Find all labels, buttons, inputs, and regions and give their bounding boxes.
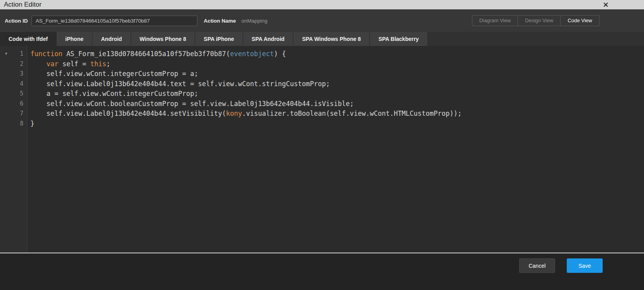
code-token-plain[interactable]: self.view.Label0j13b642e404b44.text = se… xyxy=(30,80,330,88)
code-token-plain[interactable]: AS_Form_ie138d0784664105a10f57beb3f70b87… xyxy=(66,50,230,58)
code-lines[interactable]: function AS_Form_ie138d0784664105a10f57b… xyxy=(27,46,644,253)
line-number: 8 xyxy=(0,119,27,129)
view-button-diagram-view[interactable]: Diagram View xyxy=(472,15,518,26)
tab-code-with-ifdef[interactable]: Code with Ifdef xyxy=(0,32,57,46)
line-number: 2 xyxy=(0,59,27,69)
line-numbers: 12345678 xyxy=(0,49,27,129)
cancel-button[interactable]: Cancel xyxy=(519,258,555,273)
code-token-plain[interactable] xyxy=(30,60,46,68)
line-number: 3 xyxy=(0,69,27,79)
code-token-keyword[interactable]: this xyxy=(90,60,106,68)
code-line[interactable]: a = self.view.wCont.integerCustomProp; xyxy=(30,89,644,99)
action-editor-window: Action Editor ✕ Action ID Action Name on… xyxy=(0,0,644,290)
code-line[interactable]: self.view.Label0j13b642e404b44.setVisibi… xyxy=(30,109,644,119)
code-token-plain[interactable]: } xyxy=(30,120,34,127)
line-number: 7 xyxy=(0,109,27,119)
code-token-plain[interactable]: a = self.view.wCont.integerCustomProp; xyxy=(30,90,198,97)
action-id-input[interactable] xyxy=(32,16,197,26)
code-token-plain[interactable]: self.view.wCont.booleanCustomProp = self… xyxy=(30,100,354,108)
view-button-code-view[interactable]: Code View xyxy=(561,15,600,26)
code-token-keyword[interactable]: function xyxy=(30,50,66,58)
fold-toggle-icon[interactable]: ▾ xyxy=(5,51,7,56)
code-token-plain[interactable]: ; xyxy=(106,60,110,68)
code-token-plain[interactable]: self = xyxy=(59,60,90,68)
gutter: ▾ 12345678 xyxy=(0,46,27,253)
title-bar: Action Editor ✕ xyxy=(0,0,644,9)
line-number: 5 xyxy=(0,89,27,99)
code-line[interactable]: } xyxy=(30,119,644,129)
tab-bar: Code with IfdefiPhoneAndroidWindows Phon… xyxy=(0,32,644,46)
tab-spa-blackberry[interactable]: SPA Blackberry xyxy=(370,32,428,46)
code-token-keyword[interactable]: var xyxy=(46,60,59,68)
dialog-title: Action Editor xyxy=(4,1,41,9)
view-button-design-view[interactable]: Design View xyxy=(518,15,561,26)
code-line[interactable]: self.view.Label0j13b642e404b44.text = se… xyxy=(30,79,644,89)
code-line[interactable]: var self = this; xyxy=(30,59,644,69)
footer: Cancel Save xyxy=(0,253,644,290)
toolbar: Action ID Action Name onMapping Diagram … xyxy=(0,9,644,32)
tab-spa-windows-phone-8[interactable]: SPA Windows Phone 8 xyxy=(293,32,370,46)
line-number: 4 xyxy=(0,79,27,89)
action-name-value: onMapping xyxy=(241,18,268,24)
tab-spa-iphone[interactable]: SPA iPhone xyxy=(195,32,243,46)
line-number: 1 xyxy=(0,49,27,59)
code-line[interactable]: self.view.wCont.booleanCustomProp = self… xyxy=(30,99,644,109)
code-token-param[interactable]: eventobject xyxy=(230,50,274,58)
action-name-label: Action Name xyxy=(204,18,236,24)
tab-android[interactable]: Android xyxy=(92,32,131,46)
tab-iphone[interactable]: iPhone xyxy=(57,32,92,46)
tab-windows-phone-8[interactable]: Windows Phone 8 xyxy=(131,32,195,46)
code-token-plain[interactable]: ) { xyxy=(274,50,286,58)
code-token-keyword[interactable]: kony xyxy=(226,110,242,117)
tab-spa-android[interactable]: SPA Android xyxy=(243,32,293,46)
line-number: 6 xyxy=(0,99,27,109)
view-switcher: Diagram ViewDesign ViewCode View xyxy=(472,15,600,26)
save-button[interactable]: Save xyxy=(567,258,603,273)
code-token-plain[interactable]: .visualizer.toBoolean(self.view.wCont.HT… xyxy=(242,110,461,117)
code-token-plain[interactable]: self.view.wCont.integerCustomProp = a; xyxy=(30,70,198,78)
close-icon[interactable]: ✕ xyxy=(603,1,609,9)
action-id-label: Action ID xyxy=(5,18,28,24)
code-token-plain[interactable]: self.view.Label0j13b642e404b44.setVisibi… xyxy=(30,110,226,117)
code-editor: ▾ 12345678 function AS_Form_ie138d078466… xyxy=(0,46,644,253)
code-line[interactable]: self.view.wCont.integerCustomProp = a; xyxy=(30,69,644,79)
code-line[interactable]: function AS_Form_ie138d0784664105a10f57b… xyxy=(30,49,644,59)
